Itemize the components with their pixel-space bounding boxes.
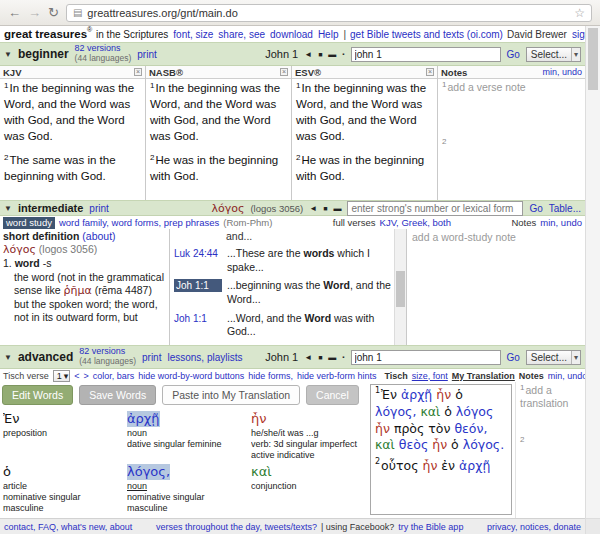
close-column-icon[interactable]: × <box>134 68 142 76</box>
greek-word[interactable]: ἦν <box>375 421 390 436</box>
bible-app-link[interactable]: try the Bible app <box>398 522 463 532</box>
greek-word[interactable]: ὁ <box>444 404 452 419</box>
hide-verb-hints-link[interactable]: hide verb-form hints <box>297 371 377 381</box>
size-font-link[interactable]: size, font <box>412 371 448 381</box>
add-translation-note[interactable]: 1add a translation <box>520 384 581 410</box>
help-link[interactable]: Help <box>318 29 339 40</box>
nav-prev-icon[interactable]: ◄ <box>309 204 317 213</box>
footer-left-links[interactable]: contact, FAQ, what's new, about <box>4 522 132 532</box>
full-verses-links[interactable]: KJV, Greek, both <box>380 217 451 228</box>
notes-min-undo-link[interactable]: min, undo <box>548 371 585 381</box>
greek-word[interactable]: ἦν <box>251 411 267 427</box>
go-link[interactable]: Go <box>507 49 520 60</box>
hide-word-buttons-link[interactable]: hide word-by-word buttons <box>138 371 244 381</box>
edit-words-button[interactable]: Edit Words <box>2 385 73 405</box>
verse-ref-link[interactable]: Luk 24:44 <box>174 247 222 260</box>
versions-info[interactable]: 82 versions (44 languages) <box>75 44 132 63</box>
strongs-search-input[interactable] <box>347 201 523 216</box>
prev-verse-link[interactable]: < <box>74 371 79 381</box>
verse-note-2[interactable]: 2 <box>442 138 581 151</box>
word-parse-card[interactable]: ὁarticlenominative singular masculine <box>3 464 119 514</box>
greek-word[interactable]: ἦν <box>436 387 451 402</box>
bible-tweets-link[interactable]: get Bible tweets and texts (oi.com) <box>350 29 503 40</box>
cancel-button[interactable]: Cancel <box>306 385 359 405</box>
word-parse-card[interactable]: καὶconjunction <box>251 464 367 514</box>
table-link[interactable]: Table... <box>549 203 581 214</box>
font-size-link[interactable]: font, size <box>173 29 213 40</box>
greek-word[interactable]: ἀρχῇ <box>459 458 490 473</box>
close-column-icon[interactable]: × <box>426 68 434 76</box>
greek-word[interactable]: πρὸς <box>394 421 424 436</box>
nav-prev-icon[interactable]: ◄ <box>304 50 312 59</box>
greek-word[interactable]: λόγος. <box>463 437 504 452</box>
sign-out-link[interactable]: sign out <box>572 29 585 40</box>
about-link[interactable]: (about) <box>82 230 115 242</box>
back-button[interactable]: ← <box>8 6 21 19</box>
nav-square-icon[interactable]: ■ <box>318 51 322 58</box>
collapse-triangle-icon[interactable]: ▼ <box>4 50 12 59</box>
nav-prev-icon[interactable]: ◄ <box>304 353 312 362</box>
version-select[interactable]: Select...▾ <box>526 350 581 365</box>
notes-min-link[interactable]: min, <box>542 67 559 77</box>
share-see-link[interactable]: share, see <box>218 29 265 40</box>
greek-word[interactable]: καὶ <box>420 404 440 419</box>
greek-word[interactable]: ὁ <box>455 387 463 402</box>
vertical-scrollbar[interactable] <box>585 26 600 518</box>
print-link[interactable]: print <box>89 203 108 214</box>
paste-translation-button[interactable]: Paste into My Translation <box>162 385 300 405</box>
collapse-triangle-icon[interactable]: ▼ <box>4 204 12 213</box>
forward-button[interactable]: → <box>28 6 41 19</box>
word-parse-card[interactable]: Ἐνpreposition <box>3 411 119 461</box>
word-parse-card[interactable]: ἀρχῇnoundative singular feminine <box>127 411 243 461</box>
nav-dot-icon[interactable]: ▪ <box>342 354 344 360</box>
add-verse-note[interactable]: 1add a verse note <box>442 81 581 94</box>
reload-button[interactable]: ↻ <box>48 6 59 19</box>
greek-word[interactable]: τὸν <box>428 421 450 436</box>
versions-info[interactable]: 82 versions (44 languages) <box>79 347 136 366</box>
concordance-scrollbar[interactable] <box>394 229 406 345</box>
verse-ref-link[interactable]: Joh 1:1 <box>174 279 222 292</box>
notes-undo-link[interactable]: undo <box>562 67 582 77</box>
greek-word[interactable]: ἦν <box>432 437 447 452</box>
version-select[interactable]: Select...▾ <box>526 47 581 62</box>
greek-word[interactable]: λόγος, <box>127 464 170 480</box>
download-link[interactable]: download <box>270 29 313 40</box>
greek-word[interactable]: ἐν <box>441 458 455 473</box>
greek-word[interactable]: ἀρχῇ <box>127 411 160 427</box>
close-column-icon[interactable]: × <box>280 68 288 76</box>
add-wordstudy-note[interactable]: add a word-study note <box>412 231 580 244</box>
next-verse-link[interactable]: > <box>84 371 89 381</box>
go-link[interactable]: Go <box>507 352 520 363</box>
verse-number-select[interactable]: 1▾ <box>53 370 71 382</box>
collapse-triangle-icon[interactable]: ▼ <box>4 353 12 362</box>
word-parse-card[interactable]: λόγος,nounnominative singular masculine <box>127 464 243 514</box>
reference-input[interactable] <box>351 47 501 62</box>
address-bar[interactable]: ▤ greattreasures.org/gnt/main.do ☆ <box>66 4 592 22</box>
lessons-playlists-link[interactable]: lessons, playlists <box>167 352 242 363</box>
hide-forms-link[interactable]: hide forms, <box>248 371 293 381</box>
wordstudy-notes-links[interactable]: min, undo <box>540 217 582 228</box>
verse-ref-link[interactable]: Joh 1:1 <box>174 344 222 345</box>
tab-word-study[interactable]: word study <box>3 217 55 229</box>
tweets-texts-link[interactable]: verses throughout the day, tweets/texts? <box>156 522 317 532</box>
translation-note-2[interactable]: 2 <box>520 436 581 449</box>
greek-word[interactable]: θεὸς <box>399 437 428 452</box>
go-link[interactable]: Go <box>529 203 542 214</box>
greek-word[interactable]: οὗτος <box>381 458 418 473</box>
greek-word[interactable]: καὶ <box>375 437 395 452</box>
nav-bars-icon[interactable]: ▬ <box>328 353 336 362</box>
greek-word[interactable]: καὶ <box>251 464 272 480</box>
greek-word[interactable]: λόγος, <box>375 404 416 419</box>
greek-word[interactable]: ἦν <box>422 458 437 473</box>
nav-bars-icon[interactable]: ▬ <box>328 50 336 59</box>
print-link[interactable]: print <box>137 49 156 60</box>
site-brand[interactable]: great treasures® in the Scriptures <box>4 28 168 40</box>
nav-dot-icon[interactable]: ▪ <box>342 51 344 57</box>
greek-word[interactable]: Ἐν <box>3 411 20 427</box>
bookmark-star-icon[interactable]: ☆ <box>574 6 585 20</box>
footer-right-links[interactable]: privacy, notices, donate <box>487 522 581 532</box>
scrollbar-thumb[interactable] <box>396 271 405 307</box>
greek-word[interactable]: ὁ <box>451 437 459 452</box>
word-parse-card[interactable]: ἦνhe/she/it was ...gverb: 3d singular im… <box>251 411 367 461</box>
greek-word[interactable]: ὁ <box>3 464 11 480</box>
